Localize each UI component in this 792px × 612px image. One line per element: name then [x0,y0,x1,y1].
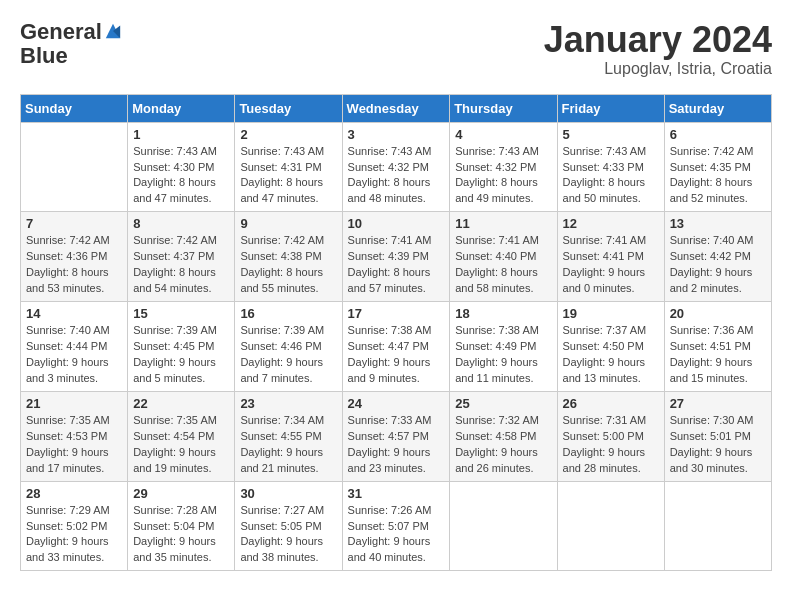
calendar-cell: 4Sunrise: 7:43 AMSunset: 4:32 PMDaylight… [450,122,557,212]
day-number: 27 [670,396,766,411]
day-number: 22 [133,396,229,411]
day-number: 15 [133,306,229,321]
day-info: Sunrise: 7:39 AMSunset: 4:46 PMDaylight:… [240,323,336,387]
day-number: 29 [133,486,229,501]
day-info: Sunrise: 7:43 AMSunset: 4:32 PMDaylight:… [455,144,551,208]
logo-icon [104,22,122,40]
day-number: 2 [240,127,336,142]
calendar-cell: 14Sunrise: 7:40 AMSunset: 4:44 PMDayligh… [21,302,128,392]
day-info: Sunrise: 7:29 AMSunset: 5:02 PMDaylight:… [26,503,122,567]
day-number: 7 [26,216,122,231]
day-number: 25 [455,396,551,411]
calendar-week-row: 28Sunrise: 7:29 AMSunset: 5:02 PMDayligh… [21,481,772,571]
calendar-table: SundayMondayTuesdayWednesdayThursdayFrid… [20,94,772,572]
day-of-week-header: Wednesday [342,94,450,122]
day-info: Sunrise: 7:28 AMSunset: 5:04 PMDaylight:… [133,503,229,567]
day-number: 20 [670,306,766,321]
calendar-cell: 17Sunrise: 7:38 AMSunset: 4:47 PMDayligh… [342,302,450,392]
day-of-week-header: Thursday [450,94,557,122]
day-number: 19 [563,306,659,321]
calendar-week-row: 7Sunrise: 7:42 AMSunset: 4:36 PMDaylight… [21,212,772,302]
calendar-cell: 8Sunrise: 7:42 AMSunset: 4:37 PMDaylight… [128,212,235,302]
logo-blue: Blue [20,44,68,68]
day-info: Sunrise: 7:27 AMSunset: 5:05 PMDaylight:… [240,503,336,567]
calendar-cell: 5Sunrise: 7:43 AMSunset: 4:33 PMDaylight… [557,122,664,212]
day-number: 10 [348,216,445,231]
calendar-cell: 16Sunrise: 7:39 AMSunset: 4:46 PMDayligh… [235,302,342,392]
calendar-cell: 7Sunrise: 7:42 AMSunset: 4:36 PMDaylight… [21,212,128,302]
calendar-cell: 31Sunrise: 7:26 AMSunset: 5:07 PMDayligh… [342,481,450,571]
day-info: Sunrise: 7:35 AMSunset: 4:53 PMDaylight:… [26,413,122,477]
day-info: Sunrise: 7:39 AMSunset: 4:45 PMDaylight:… [133,323,229,387]
calendar-cell: 23Sunrise: 7:34 AMSunset: 4:55 PMDayligh… [235,391,342,481]
calendar-cell [21,122,128,212]
calendar-cell: 20Sunrise: 7:36 AMSunset: 4:51 PMDayligh… [664,302,771,392]
day-of-week-header: Sunday [21,94,128,122]
day-number: 14 [26,306,122,321]
calendar-cell: 29Sunrise: 7:28 AMSunset: 5:04 PMDayligh… [128,481,235,571]
day-number: 13 [670,216,766,231]
calendar-header-row: SundayMondayTuesdayWednesdayThursdayFrid… [21,94,772,122]
day-info: Sunrise: 7:34 AMSunset: 4:55 PMDaylight:… [240,413,336,477]
calendar-cell: 13Sunrise: 7:40 AMSunset: 4:42 PMDayligh… [664,212,771,302]
calendar-cell: 30Sunrise: 7:27 AMSunset: 5:05 PMDayligh… [235,481,342,571]
day-of-week-header: Saturday [664,94,771,122]
calendar-cell [450,481,557,571]
page-header: General Blue January 2024 Lupoglav, Istr… [20,20,772,78]
day-number: 31 [348,486,445,501]
day-info: Sunrise: 7:42 AMSunset: 4:38 PMDaylight:… [240,233,336,297]
day-of-week-header: Tuesday [235,94,342,122]
day-of-week-header: Friday [557,94,664,122]
calendar-week-row: 1Sunrise: 7:43 AMSunset: 4:30 PMDaylight… [21,122,772,212]
calendar-cell: 9Sunrise: 7:42 AMSunset: 4:38 PMDaylight… [235,212,342,302]
calendar-cell [557,481,664,571]
day-number: 12 [563,216,659,231]
day-number: 26 [563,396,659,411]
calendar-cell: 28Sunrise: 7:29 AMSunset: 5:02 PMDayligh… [21,481,128,571]
calendar-cell: 25Sunrise: 7:32 AMSunset: 4:58 PMDayligh… [450,391,557,481]
day-number: 6 [670,127,766,142]
day-info: Sunrise: 7:41 AMSunset: 4:40 PMDaylight:… [455,233,551,297]
calendar-cell: 21Sunrise: 7:35 AMSunset: 4:53 PMDayligh… [21,391,128,481]
calendar-cell [664,481,771,571]
day-number: 4 [455,127,551,142]
calendar-cell: 1Sunrise: 7:43 AMSunset: 4:30 PMDaylight… [128,122,235,212]
calendar-week-row: 21Sunrise: 7:35 AMSunset: 4:53 PMDayligh… [21,391,772,481]
day-number: 8 [133,216,229,231]
calendar-cell: 24Sunrise: 7:33 AMSunset: 4:57 PMDayligh… [342,391,450,481]
day-info: Sunrise: 7:38 AMSunset: 4:47 PMDaylight:… [348,323,445,387]
day-number: 1 [133,127,229,142]
day-info: Sunrise: 7:41 AMSunset: 4:39 PMDaylight:… [348,233,445,297]
day-number: 18 [455,306,551,321]
day-info: Sunrise: 7:37 AMSunset: 4:50 PMDaylight:… [563,323,659,387]
day-info: Sunrise: 7:33 AMSunset: 4:57 PMDaylight:… [348,413,445,477]
day-info: Sunrise: 7:26 AMSunset: 5:07 PMDaylight:… [348,503,445,567]
logo: General Blue [20,20,122,68]
day-info: Sunrise: 7:31 AMSunset: 5:00 PMDaylight:… [563,413,659,477]
day-info: Sunrise: 7:41 AMSunset: 4:41 PMDaylight:… [563,233,659,297]
day-of-week-header: Monday [128,94,235,122]
day-number: 5 [563,127,659,142]
day-info: Sunrise: 7:32 AMSunset: 4:58 PMDaylight:… [455,413,551,477]
calendar-cell: 27Sunrise: 7:30 AMSunset: 5:01 PMDayligh… [664,391,771,481]
day-number: 11 [455,216,551,231]
calendar-cell: 2Sunrise: 7:43 AMSunset: 4:31 PMDaylight… [235,122,342,212]
day-info: Sunrise: 7:40 AMSunset: 4:44 PMDaylight:… [26,323,122,387]
calendar-cell: 12Sunrise: 7:41 AMSunset: 4:41 PMDayligh… [557,212,664,302]
calendar-cell: 11Sunrise: 7:41 AMSunset: 4:40 PMDayligh… [450,212,557,302]
day-info: Sunrise: 7:35 AMSunset: 4:54 PMDaylight:… [133,413,229,477]
calendar-subtitle: Lupoglav, Istria, Croatia [544,60,772,78]
calendar-cell: 19Sunrise: 7:37 AMSunset: 4:50 PMDayligh… [557,302,664,392]
day-number: 21 [26,396,122,411]
calendar-cell: 22Sunrise: 7:35 AMSunset: 4:54 PMDayligh… [128,391,235,481]
day-info: Sunrise: 7:36 AMSunset: 4:51 PMDaylight:… [670,323,766,387]
day-number: 17 [348,306,445,321]
calendar-cell: 18Sunrise: 7:38 AMSunset: 4:49 PMDayligh… [450,302,557,392]
day-info: Sunrise: 7:42 AMSunset: 4:35 PMDaylight:… [670,144,766,208]
calendar-title: January 2024 [544,20,772,60]
day-number: 3 [348,127,445,142]
calendar-cell: 26Sunrise: 7:31 AMSunset: 5:00 PMDayligh… [557,391,664,481]
day-info: Sunrise: 7:30 AMSunset: 5:01 PMDaylight:… [670,413,766,477]
day-info: Sunrise: 7:43 AMSunset: 4:33 PMDaylight:… [563,144,659,208]
calendar-cell: 6Sunrise: 7:42 AMSunset: 4:35 PMDaylight… [664,122,771,212]
